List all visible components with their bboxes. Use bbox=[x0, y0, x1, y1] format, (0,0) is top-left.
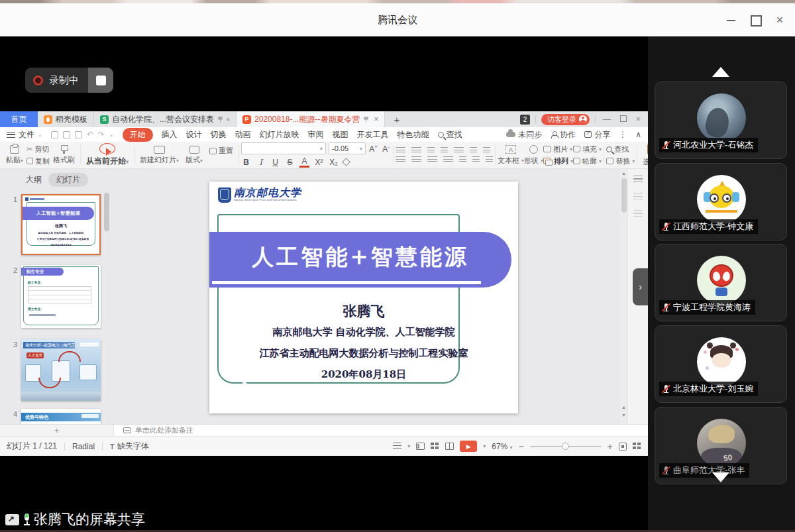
distribute-icon[interactable] bbox=[459, 156, 466, 164]
slide-thumbnail-1[interactable]: 人工智能+智慧能源 张腾飞 南京邮电大学 自动化学院、人工智能学院 江苏省主动配… bbox=[21, 194, 101, 255]
close-button[interactable]: × bbox=[771, 13, 788, 27]
new-slide-button[interactable]: 新建幻灯片▾ bbox=[136, 143, 182, 167]
collapse-ribbon-icon[interactable]: ∧ bbox=[635, 130, 641, 139]
menu-tab-transition[interactable]: 切换 bbox=[211, 129, 227, 140]
slide-thumbnail-3[interactable]: 需求分析--能源电力（电气工程） 人才需求 bbox=[21, 339, 101, 401]
menu-tab-features[interactable]: 特色功能 bbox=[398, 129, 429, 140]
scroll-down-arrow-icon[interactable] bbox=[712, 472, 729, 482]
align-right-icon[interactable] bbox=[427, 156, 437, 164]
find-menu-button[interactable]: 查找 bbox=[438, 129, 462, 140]
document-scrollbar[interactable]: ▲ ▲ ▼ bbox=[620, 169, 627, 424]
arrange-button[interactable]: 排列▾ bbox=[543, 156, 573, 166]
participant-tile[interactable]: 宁波工程学院黄海涛 bbox=[655, 244, 787, 321]
bold-button[interactable]: B bbox=[241, 158, 251, 167]
menu-tab-animation[interactable]: 动画 bbox=[235, 129, 251, 140]
wps-restore-button[interactable] bbox=[618, 115, 629, 124]
justify-icon[interactable] bbox=[443, 156, 453, 164]
save-icon[interactable] bbox=[51, 131, 58, 138]
stop-recording-button[interactable] bbox=[88, 68, 113, 93]
animation-pane-icon[interactable] bbox=[633, 193, 643, 200]
selection-pane-icon[interactable] bbox=[633, 210, 643, 217]
tab-spreadsheet-doc[interactable]: S 自动化学院、...营会议安排表 bbox=[94, 111, 237, 127]
tab-docer[interactable]: 稻壳模板 bbox=[38, 111, 94, 127]
menu-tab-insert[interactable]: 插入 bbox=[162, 129, 178, 140]
line-spacing-icon[interactable] bbox=[470, 147, 477, 154]
decrease-font-button[interactable]: A- bbox=[381, 144, 391, 154]
layout-button[interactable]: 版式▾ bbox=[182, 143, 206, 167]
text-direction-icon[interactable] bbox=[454, 147, 464, 154]
sync-status-button[interactable]: 未同步 bbox=[506, 129, 542, 140]
shape-icon-button[interactable] bbox=[524, 145, 543, 154]
undo-icon[interactable]: ↶ bbox=[87, 130, 93, 139]
slide-thumbnail-2[interactable]: 招生专业 硕士专业: 博士专业: bbox=[21, 265, 101, 328]
tab-presentation-doc[interactable]: P 20200818-...能源--暑期夏令营 × bbox=[237, 111, 385, 127]
zoom-slider-knob[interactable] bbox=[562, 443, 569, 450]
scrollbar-thumb[interactable] bbox=[621, 178, 627, 213]
maximize-button[interactable] bbox=[747, 13, 765, 27]
pin-icon[interactable] bbox=[363, 117, 369, 123]
font-color-button[interactable]: A bbox=[299, 156, 309, 168]
slides-tab[interactable]: 幻灯片 bbox=[48, 173, 88, 187]
slideshow-play-button[interactable]: ▶ bbox=[460, 441, 477, 452]
collaborate-button[interactable]: 协作 bbox=[551, 129, 576, 140]
more-options-icon[interactable]: ⋮ bbox=[619, 130, 627, 139]
find-button[interactable]: 查找 bbox=[606, 144, 635, 154]
pin-icon[interactable] bbox=[217, 117, 223, 123]
outline-tab[interactable]: 大纲 bbox=[26, 174, 42, 186]
font-name-combobox[interactable]: ▾ bbox=[241, 142, 326, 154]
replace-button[interactable]: 替换▾ bbox=[606, 156, 635, 166]
zoom-in-button[interactable]: + bbox=[608, 441, 613, 452]
tab-home[interactable]: 首页 bbox=[0, 111, 38, 127]
indent-right-icon[interactable] bbox=[486, 156, 493, 164]
zoom-level[interactable]: 67% ▾ bbox=[492, 442, 512, 451]
textbox-button[interactable]: 文本框▾ bbox=[498, 156, 524, 166]
panel-scrollbar[interactable] bbox=[104, 193, 109, 231]
menu-tab-design[interactable]: 设计 bbox=[186, 129, 202, 140]
scroll-up-arrow-icon[interactable] bbox=[712, 67, 729, 77]
menu-tab-start[interactable]: 开始 bbox=[123, 128, 153, 142]
slide-sorter-icon[interactable] bbox=[431, 443, 439, 450]
align-center-icon[interactable] bbox=[411, 156, 421, 164]
decrease-indent-icon[interactable] bbox=[427, 147, 435, 154]
normal-view-icon[interactable] bbox=[393, 443, 401, 450]
superscript-button[interactable]: X² bbox=[314, 158, 324, 167]
merge-align-icon[interactable] bbox=[483, 147, 490, 154]
fill-button[interactable]: 填充▾ bbox=[573, 144, 602, 154]
properties-icon[interactable] bbox=[633, 176, 643, 183]
new-tab-button[interactable]: + bbox=[385, 111, 408, 127]
split-view-icon[interactable] bbox=[445, 443, 454, 450]
subscript-button[interactable]: X₂ bbox=[329, 158, 339, 167]
numbered-list-icon[interactable] bbox=[411, 147, 421, 154]
add-slide-button[interactable]: + bbox=[0, 425, 114, 436]
wps-minimize-button[interactable]: — bbox=[601, 115, 613, 124]
slide-view-icon[interactable] bbox=[416, 443, 425, 450]
menu-tab-review[interactable]: 审阅 bbox=[308, 129, 324, 140]
paste-button[interactable]: 粘贴▾ bbox=[3, 143, 26, 167]
zoom-slider[interactable] bbox=[530, 446, 602, 447]
guest-login-button[interactable]: 访客登录 bbox=[541, 114, 590, 125]
indent-left-icon[interactable] bbox=[472, 156, 480, 164]
play-from-current-button[interactable]: 从当前开始▾ bbox=[83, 143, 132, 167]
strikethrough-button[interactable]: S bbox=[285, 158, 295, 167]
underline-button[interactable]: U bbox=[270, 158, 280, 167]
theme-name[interactable]: Radial bbox=[72, 442, 95, 451]
clear-format-icon[interactable] bbox=[342, 158, 350, 166]
chevron-down-icon[interactable]: ⌄ bbox=[109, 132, 114, 138]
picture-button[interactable]: 图片▾ bbox=[543, 144, 573, 154]
missing-font-label[interactable]: 缺失字体 bbox=[117, 441, 149, 452]
participant-tile[interactable]: 河北农业大学-石铭杰 bbox=[655, 81, 787, 159]
wps-close-button[interactable]: × bbox=[634, 115, 643, 124]
participant-tile[interactable]: 江西师范大学-钟文康 bbox=[655, 163, 787, 240]
increase-font-button[interactable]: A+ bbox=[368, 144, 378, 154]
notes-placeholder[interactable]: 单击此处添加备注 bbox=[135, 425, 193, 435]
participant-tile[interactable]: 北京林业大学-刘玉婉 bbox=[655, 325, 787, 403]
font-size-combobox[interactable]: -0.05▾ bbox=[329, 142, 366, 154]
menu-tab-slideshow[interactable]: 幻灯片放映 bbox=[260, 129, 299, 140]
share-button[interactable]: 分享 bbox=[584, 129, 610, 140]
print-icon[interactable] bbox=[63, 131, 70, 138]
zoom-out-button[interactable]: − bbox=[519, 441, 524, 452]
increase-indent-icon[interactable] bbox=[441, 147, 448, 154]
format-painter-button[interactable]: 格式刷 bbox=[50, 143, 78, 167]
align-left-icon[interactable] bbox=[396, 156, 405, 164]
textbox-icon-button[interactable]: A bbox=[498, 145, 524, 154]
